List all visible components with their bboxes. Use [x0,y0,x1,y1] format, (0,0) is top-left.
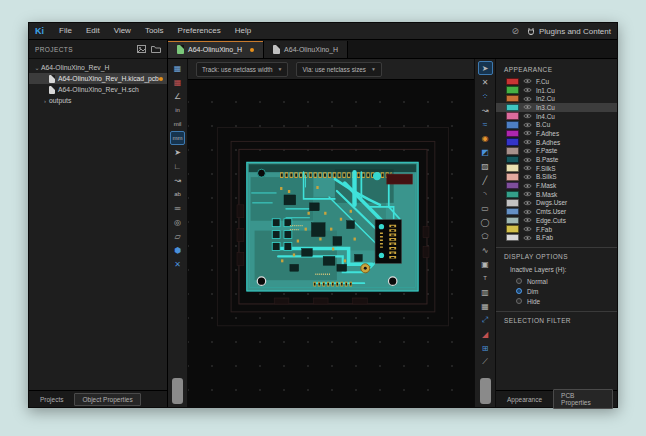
layer-color-swatch[interactable] [506,112,519,120]
layer-visibility-eye-icon[interactable] [523,200,532,206]
menu-help[interactable]: Help [228,23,258,39]
layer-row[interactable]: B.SilkS [496,173,617,182]
net-names-mode-icon[interactable]: ab [170,187,185,201]
add-text-icon[interactable]: T [478,271,493,285]
toolbar-scrollbar[interactable] [172,378,183,404]
layer-color-swatch[interactable] [506,173,519,181]
layer-row[interactable]: F.Paste [496,147,617,156]
inactive-layers-option-hide[interactable]: Hide [496,296,617,306]
layer-row[interactable]: Edge.Cuts [496,216,617,225]
layer-row[interactable]: F.Cu [496,77,617,86]
add-dimension-icon[interactable]: ⤢ [478,313,493,327]
layer-visibility-eye-icon[interactable] [523,209,532,215]
layer-color-swatch[interactable] [506,104,519,112]
show-ratsnest-icon[interactable]: ∟ [170,159,185,173]
layer-color-swatch[interactable] [506,121,519,129]
layer-color-swatch[interactable] [506,199,519,207]
menu-file[interactable]: File [52,23,79,39]
draw-circle-icon[interactable]: ◯ [478,215,493,229]
highlight-net-icon[interactable]: ✕ [478,75,493,89]
layer-color-swatch[interactable] [506,225,519,233]
layer-row[interactable]: In4.Cu [496,112,617,121]
layer-visibility-eye-icon[interactable] [523,87,532,93]
grid-settings-icon[interactable]: ▦ [170,61,185,75]
document-tab[interactable]: A64-OlinuXino_H [264,41,348,58]
layer-visibility-eye-icon[interactable] [523,165,532,171]
layer-row[interactable]: Cmts.User [496,207,617,216]
measure-tool-icon[interactable]: ⟋ [478,355,493,369]
layer-row[interactable]: F.Mask [496,181,617,190]
document-tab[interactable]: A64-OlinuXino_H [168,41,264,58]
layer-row[interactable]: In3.Cu [496,103,617,112]
radio-button[interactable] [516,288,522,294]
menu-preferences[interactable]: Preferences [171,23,228,39]
layer-visibility-eye-icon[interactable] [523,174,532,180]
layer-row[interactable]: F.Adhes [496,129,617,138]
radio-button[interactable] [516,298,522,304]
layer-color-swatch[interactable] [506,147,519,155]
units-mils-icon[interactable]: mil [170,117,185,131]
layer-color-swatch[interactable] [506,217,519,225]
layer-color-swatch[interactable] [506,208,519,216]
draw-zone-icon[interactable]: ▨ [478,159,493,173]
local-ratsnest-icon[interactable]: ⁘ [478,89,493,103]
layer-visibility-eye-icon[interactable] [523,183,532,189]
layer-color-swatch[interactable] [506,164,519,172]
layer-visibility-eye-icon[interactable] [523,217,532,223]
place-via-icon[interactable]: ◉ [478,131,493,145]
cross-probe-icon[interactable]: ✕ [170,257,185,271]
tree-item-folder[interactable]: ›outputs [29,95,167,106]
layer-visibility-eye-icon[interactable] [523,139,532,145]
layer-color-swatch[interactable] [506,95,519,103]
panel-tab-appearance[interactable]: Appearance [500,394,549,405]
draw-bezier-icon[interactable]: ∿ [478,243,493,257]
add-textbox-icon[interactable]: ▥ [478,285,493,299]
tree-item-pcb-file[interactable]: A64-OlinuXino_Rev_H.kicad_pcb [29,73,167,84]
draw-polygon-icon[interactable]: ⬠ [478,229,493,243]
draw-line-icon[interactable]: ╱ [478,173,493,187]
layer-visibility-eye-icon[interactable] [523,191,532,197]
inactive-layers-option-normal[interactable]: Normal [496,276,617,286]
track-outline-mode-icon[interactable]: ═ [170,201,185,215]
layer-visibility-eye-icon[interactable] [523,96,532,102]
add-table-icon[interactable]: ▦ [478,299,493,313]
panel-tab-pcb-properties[interactable]: PCB Properties [553,389,613,409]
add-image-icon[interactable]: ▣ [478,257,493,271]
curved-ratsnest-icon[interactable]: ↝ [170,173,185,187]
via-size-dropdown[interactable]: Via: use netclass sizes ▼ [296,62,382,77]
menu-view[interactable]: View [107,23,138,39]
track-width-dropdown[interactable]: Track: use netclass width ▼ [196,62,288,77]
offline-status-icon[interactable]: ⊘ [511,26,519,36]
layer-visibility-eye-icon[interactable] [523,122,532,128]
layer-row[interactable]: Dwgs.User [496,199,617,208]
menu-edit[interactable]: Edit [79,23,107,39]
grid-overrides-icon[interactable]: ▦ [170,75,185,89]
radio-button[interactable] [516,278,522,284]
layer-row[interactable]: B.Mask [496,190,617,199]
draw-arc-icon[interactable]: ◝ [478,187,493,201]
crosshair-cursor-icon[interactable]: ➤ [170,145,185,159]
preview-icon[interactable] [137,45,146,53]
open-folder-icon[interactable] [151,45,161,53]
layer-row[interactable]: B.Fab [496,233,617,242]
menu-tools[interactable]: Tools [138,23,171,39]
layer-visibility-eye-icon[interactable] [523,78,532,84]
draw-rectangle-icon[interactable]: ▭ [478,201,493,215]
layer-visibility-eye-icon[interactable] [523,130,532,136]
layer-visibility-eye-icon[interactable] [523,148,532,154]
panel-tab-projects[interactable]: Projects [33,394,70,405]
layer-row[interactable]: In1.Cu [496,86,617,95]
layer-row[interactable]: B.Adhes [496,138,617,147]
zone-display-mode-icon[interactable]: ⬢ [170,243,185,257]
layer-color-swatch[interactable] [506,234,519,242]
layer-row[interactable]: B.Cu [496,120,617,129]
delete-tool-icon[interactable]: ◢ [478,327,493,341]
layer-visibility-eye-icon[interactable] [523,104,532,110]
tree-item-project[interactable]: ⌄A64-OlinuXino_Rev_H [29,62,167,73]
route-diff-pairs-icon[interactable]: ≈ [478,117,493,131]
layer-visibility-eye-icon[interactable] [523,113,532,119]
layer-visibility-eye-icon[interactable] [523,226,532,232]
inactive-layers-option-dim[interactable]: Dim [496,286,617,296]
layer-row[interactable]: F.SilkS [496,164,617,173]
add-footprint-icon[interactable]: ◩ [478,145,493,159]
